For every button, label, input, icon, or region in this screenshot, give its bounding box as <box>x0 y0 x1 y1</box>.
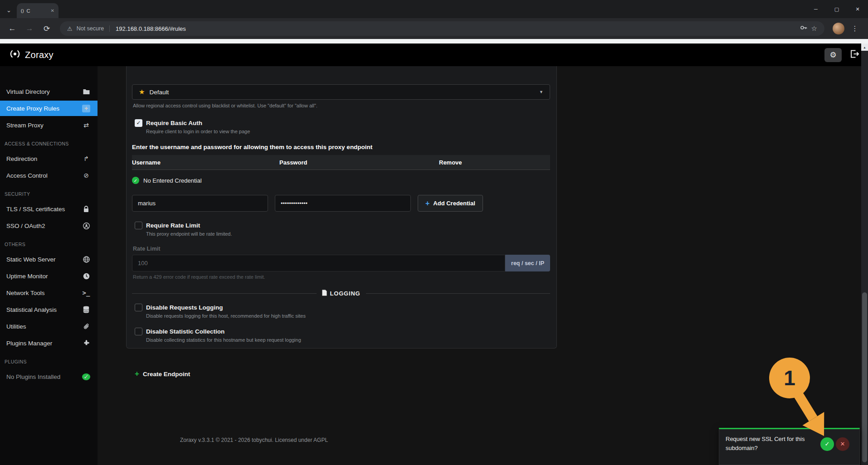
sidebar-item-label: Virtual Directory <box>6 88 82 95</box>
access-rule-dropdown[interactable]: ★ Default ▼ <box>132 84 550 100</box>
profile-avatar[interactable] <box>833 23 844 34</box>
sidebar-item-label: TLS / SSL certificates <box>6 206 82 213</box>
sidebar-item-label: Access Control <box>6 172 82 179</box>
password-input[interactable] <box>275 195 411 212</box>
logout-button[interactable] <box>850 50 859 60</box>
window-minimize-button[interactable]: ─ <box>805 0 826 18</box>
sidebar-item-stream-proxy[interactable]: Stream Proxy ⇄ <box>0 117 98 133</box>
reload-button[interactable]: ⟳ <box>39 21 54 36</box>
sidebar-item-label: Statistical Analysis <box>6 306 82 313</box>
plus-square-icon: + <box>82 105 90 112</box>
back-button[interactable]: ← <box>5 21 20 36</box>
settings-gear-button[interactable]: ⚙ <box>824 48 842 62</box>
url-text[interactable]: 192.168.0.188:8666/#rules <box>116 25 186 32</box>
user-circle-icon <box>82 223 90 229</box>
chevron-down-icon: ▼ <box>539 90 543 94</box>
tab-search-chevron-icon[interactable]: ⌄ <box>6 7 11 14</box>
create-endpoint-button[interactable]: + Create Endpoint <box>135 369 868 378</box>
app-footer-text: Zoraxy v.3.3.1 © 2021 - 2026 tobychui. L… <box>98 437 410 443</box>
page-scrollbar[interactable]: ▲ <box>861 44 868 465</box>
zoraxy-logo[interactable]: Zoraxy <box>9 48 54 62</box>
logging-divider: LOGGING <box>132 290 550 297</box>
require-rate-limit-row: Require Rate Limit This proxy endpoint w… <box>135 222 550 237</box>
check-circle-icon: ✓ <box>132 177 139 184</box>
access-rule-selected: Default <box>149 89 169 96</box>
check-circle-icon: ✓ <box>82 373 90 380</box>
credentials-table-header: Username Password Remove <box>132 155 550 170</box>
require-basic-auth-row: ✓ Require Basic Auth Require client to l… <box>135 119 550 134</box>
scrollbar-up-arrow-icon[interactable]: ▲ <box>861 44 868 51</box>
disable-requests-logging-row: Disable Requests Logging Disable request… <box>135 304 550 319</box>
zoraxy-favicon-icon: ( ) <box>21 9 24 13</box>
sidebar-item-uptime-monitor[interactable]: Uptime Monitor <box>0 268 98 284</box>
sidebar-item-no-plugins-installed: No Plugins Installed ✓ <box>0 369 98 384</box>
sidebar-item-label: Uptime Monitor <box>6 273 82 280</box>
sidebar-item-sso-oauth2[interactable]: SSO / OAuth2 <box>0 218 98 233</box>
credentials-prompt: Enter the username and password for allo… <box>132 144 550 150</box>
annotation-step-badge: 1 <box>769 358 810 398</box>
sidebar-section-security: SECURITY <box>0 184 98 200</box>
disable-requests-logging-description: Disable requests logging for this host, … <box>146 313 306 319</box>
require-basic-auth-checkbox[interactable]: ✓ <box>135 119 142 127</box>
sidebar-item-access-control[interactable]: Access Control ⊘ <box>0 168 98 183</box>
sidebar-section-access-connections: ACCESS & CONNECTIONS <box>0 134 98 150</box>
disable-requests-logging-label: Disable Requests Logging <box>146 304 306 311</box>
not-secure-warning-icon: ⚠ <box>67 25 73 32</box>
password-key-icon[interactable] <box>800 24 807 33</box>
sidebar-item-static-web-server[interactable]: Static Web Server <box>0 252 98 267</box>
paperclip-icon <box>82 323 90 330</box>
terminal-icon: >_ <box>82 289 90 296</box>
sidebar-item-create-proxy-rules[interactable]: Create Proxy Rules + <box>0 101 98 116</box>
disable-requests-logging-checkbox[interactable] <box>135 304 142 311</box>
zoraxy-logo-icon <box>9 48 21 62</box>
sidebar-item-tls-ssl-certificates[interactable]: TLS / SSL certificates <box>0 201 98 217</box>
app-header: Zoraxy ⚙ <box>0 44 868 66</box>
rate-limit-unit-label: req / sec / IP <box>505 255 550 271</box>
header-actions: ⚙ <box>824 48 859 62</box>
require-basic-auth-description: Require client to login in order to view… <box>146 129 250 134</box>
disable-statistic-collection-description: Disable collecting statistics for this h… <box>146 337 301 343</box>
scrollbar-thumb[interactable] <box>862 292 867 462</box>
credentials-input-row: + Add Credential <box>132 195 550 212</box>
sidebar-item-label: Redirection <box>6 155 82 162</box>
browser-tab[interactable]: ( ) C ✕ <box>17 3 59 18</box>
column-header-username: Username <box>132 159 279 166</box>
ban-icon: ⊘ <box>82 172 90 179</box>
window-close-button[interactable]: ✕ <box>847 0 868 18</box>
sidebar-item-utilities[interactable]: Utilities <box>0 319 98 334</box>
sidebar-item-statistical-analysis[interactable]: Statistical Analysis <box>0 302 98 317</box>
address-bar[interactable]: ⚠ Not secure 192.168.0.188:8666/#rules ☆ <box>60 21 824 36</box>
browser-menu-icon[interactable]: ⋮ <box>850 24 860 33</box>
exchange-icon: ⇄ <box>82 121 90 129</box>
username-input[interactable] <box>132 195 268 212</box>
create-endpoint-label: Create Endpoint <box>143 371 190 378</box>
sidebar-section-others: OTHERS <box>0 235 98 250</box>
column-header-password: Password <box>279 159 439 166</box>
sidebar-item-label: Network Tools <box>6 290 82 296</box>
sidebar-item-network-tools[interactable]: Network Tools >_ <box>0 285 98 300</box>
divider-line <box>366 293 551 294</box>
forward-button[interactable]: → <box>22 21 37 36</box>
access-rule-helper: Allow regional access control using blac… <box>133 103 550 108</box>
not-secure-label[interactable]: Not secure <box>77 25 110 32</box>
brand-name: Zoraxy <box>25 50 54 60</box>
database-icon <box>82 306 90 313</box>
rate-limit-input <box>132 255 505 271</box>
rate-limit-field: Rate Limit req / sec / IP Return a 429 e… <box>132 246 550 280</box>
bookmark-star-icon[interactable]: ☆ <box>811 24 817 33</box>
sidebar-section-plugins: PLUGINS <box>0 352 98 368</box>
window-maximize-button[interactable]: ▢ <box>826 0 847 18</box>
sidebar-item-virtual-directory[interactable]: Virtual Directory <box>0 84 98 99</box>
sidebar-item-plugins-manager[interactable]: Plugins Manager <box>0 335 98 351</box>
folder-icon <box>82 89 90 95</box>
add-credential-button[interactable]: + Add Credential <box>418 195 483 212</box>
rate-limit-field-label: Rate Limit <box>133 246 550 252</box>
add-credential-label: Add Credential <box>433 200 475 207</box>
lock-icon <box>82 206 90 213</box>
logging-title: LOGGING <box>330 290 361 297</box>
sidebar-item-redirection[interactable]: Redirection ↱ <box>0 151 98 166</box>
require-rate-limit-checkbox[interactable] <box>135 222 142 229</box>
disable-statistic-collection-checkbox[interactable] <box>135 328 142 335</box>
annotation-step-number: 1 <box>784 366 795 390</box>
tab-close-icon[interactable]: ✕ <box>51 8 54 13</box>
